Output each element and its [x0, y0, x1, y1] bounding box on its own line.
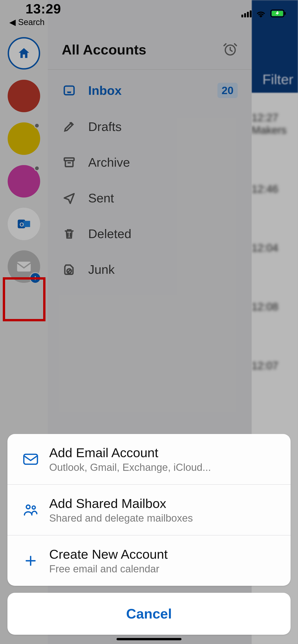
cancel-button[interactable]: Cancel [8, 593, 290, 635]
status-bar: 13:29 ◀ Search [0, 0, 298, 28]
svg-point-13 [26, 505, 30, 508]
home-indicator[interactable] [117, 638, 181, 640]
mail-icon [21, 454, 40, 465]
cellular-signal-icon [241, 10, 251, 18]
battery-charging-icon [270, 10, 286, 18]
svg-point-14 [32, 506, 35, 509]
svg-rect-12 [24, 454, 38, 464]
svg-rect-10 [284, 12, 286, 14]
option-subtitle: Free email and calendar [49, 563, 168, 575]
back-to-search[interactable]: ◀ Search [9, 18, 45, 27]
status-time: 13:29 [26, 1, 61, 16]
action-sheet: Add Email Account Outlook, Gmail, Exchan… [8, 434, 290, 635]
option-subtitle: Outlook, Gmail, Exchange, iCloud... [49, 462, 211, 473]
add-shared-mailbox-option[interactable]: Add Shared Mailbox Shared and delegate m… [8, 484, 290, 535]
option-title: Add Email Account [49, 445, 211, 460]
option-title: Create New Account [49, 547, 168, 562]
wifi-icon [256, 10, 266, 18]
option-title: Add Shared Mailbox [49, 496, 193, 511]
people-icon [21, 504, 40, 516]
add-email-account-option[interactable]: Add Email Account Outlook, Gmail, Exchan… [8, 434, 290, 484]
create-new-account-option[interactable]: Create New Account Free email and calend… [8, 535, 290, 586]
plus-icon [21, 554, 40, 567]
option-subtitle: Shared and delegate mailboxes [49, 512, 193, 524]
